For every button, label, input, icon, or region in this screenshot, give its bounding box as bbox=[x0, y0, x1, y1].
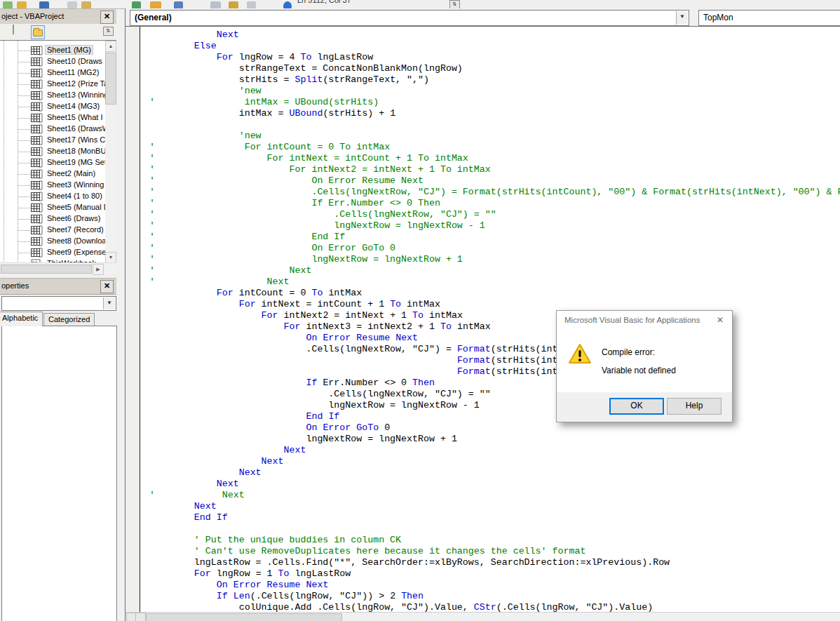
view-code-button[interactable] bbox=[0, 25, 8, 38]
worksheet-icon bbox=[31, 158, 43, 169]
full-module-view-button[interactable] bbox=[135, 613, 146, 621]
dialog-message-line1: Compile error: bbox=[602, 347, 655, 357]
tree-connector bbox=[18, 241, 30, 242]
tab-alphabetic[interactable]: Alphabetic bbox=[0, 312, 43, 326]
worksheet-icon bbox=[31, 57, 43, 68]
tree-item-label: Sheet8 (Downloa bbox=[46, 236, 107, 245]
tree-item-label: Sheet15 (What I bbox=[46, 113, 104, 121]
dialog-footer: OK Help bbox=[557, 392, 732, 422]
tree-connector bbox=[18, 140, 30, 141]
code-editor-pane[interactable]: Next Else For lngRow = 4 To lngLastRow s… bbox=[140, 27, 840, 612]
tree-connector bbox=[18, 219, 30, 220]
scroll-thumb[interactable] bbox=[1, 265, 92, 274]
properties-close-button[interactable]: ✕ bbox=[100, 280, 114, 293]
folder-icon bbox=[33, 29, 43, 36]
tree-item-sheet4-1-to-80-[interactable]: Sheet4 (1 to 80) bbox=[0, 191, 105, 202]
tree-item-sheet15-what-i[interactable]: Sheet15 (What I bbox=[0, 112, 105, 123]
tree-item-sheet2-main-[interactable]: Sheet2 (Main) bbox=[0, 168, 105, 180]
tree-item-sheet5-manual-d[interactable]: Sheet5 (Manual D bbox=[0, 202, 105, 213]
tree-item-sheet19-mg-set[interactable]: Sheet19 (MG Set bbox=[0, 157, 105, 168]
code-dropdown-row: (General) ▼ TopMon bbox=[126, 8, 840, 26]
properties-title: operties bbox=[1, 281, 29, 290]
tree-connector bbox=[18, 208, 30, 208]
tab-categorized[interactable]: Categorized bbox=[43, 313, 95, 326]
chevron-down-icon[interactable]: ▼ bbox=[676, 11, 688, 25]
tree-item-sheet12-prize-ta[interactable]: Sheet12 (Prize Ta bbox=[0, 79, 105, 90]
tree-item-sheet17-wins-ca[interactable]: Sheet17 (Wins Ca bbox=[0, 135, 105, 146]
tree-connector bbox=[18, 107, 30, 107]
tree-connector bbox=[18, 185, 30, 186]
warning-icon bbox=[568, 343, 592, 366]
tree-connector bbox=[18, 118, 30, 119]
tree-item-sheet8-downloa[interactable]: Sheet8 (Downloa bbox=[0, 236, 105, 247]
tree-item-sheet1-mg-[interactable]: Sheet1 (MG) bbox=[0, 45, 105, 56]
project-tree-hscrollbar[interactable]: ▶ bbox=[0, 262, 116, 274]
tree-connector bbox=[18, 196, 30, 197]
tree-item-label: Sheet9 (Expense bbox=[46, 248, 107, 256]
tree-item-label: Sheet2 (Main) bbox=[46, 169, 97, 178]
worksheet-icon bbox=[31, 192, 43, 203]
project-toolbar-spinner[interactable]: ⇅ bbox=[103, 27, 114, 36]
scroll-thumb[interactable] bbox=[105, 53, 116, 105]
tree-item-label: Sheet18 (MonBU) bbox=[46, 147, 110, 155]
worksheet-icon bbox=[31, 225, 43, 236]
worksheet-icon bbox=[31, 113, 43, 124]
project-explorer-titlebar: oject - VBAProject ✕ bbox=[0, 8, 116, 25]
scroll-right-arrow-icon[interactable]: ▶ bbox=[93, 264, 104, 275]
scroll-up-arrow-icon[interactable]: ▲ bbox=[105, 41, 116, 52]
project-tree-vscrollbar[interactable]: ▲ ▼ bbox=[105, 41, 116, 263]
tree-item-sheet6-draws-[interactable]: Sheet6 (Draws) bbox=[0, 213, 105, 225]
dialog-title: Microsoft Visual Basic for Applications bbox=[564, 316, 700, 324]
code-margin-indicator-bar[interactable] bbox=[126, 27, 140, 612]
tree-item-sheet13-winning[interactable]: Sheet13 (Winning bbox=[0, 90, 105, 101]
tree-item-label: Sheet11 (MG2) bbox=[46, 68, 100, 76]
tree-connector bbox=[18, 230, 30, 231]
worksheet-icon bbox=[31, 214, 43, 225]
tree-connector bbox=[18, 129, 30, 130]
chevron-down-icon[interactable]: ▼ bbox=[103, 298, 115, 309]
tree-item-sheet11-mg2-[interactable]: Sheet11 (MG2) bbox=[0, 67, 105, 79]
worksheet-icon bbox=[31, 135, 43, 147]
toggle-folders-button[interactable] bbox=[31, 25, 45, 39]
tree-item-sheet9-expense[interactable]: Sheet9 (Expense bbox=[0, 247, 105, 258]
tree-connector bbox=[18, 163, 30, 163]
tree-connector bbox=[18, 95, 30, 96]
compile-error-dialog: Microsoft Visual Basic for Applications … bbox=[556, 310, 733, 422]
worksheet-icon bbox=[31, 248, 43, 259]
worksheet-icon bbox=[31, 79, 43, 91]
close-icon[interactable]: ✕ bbox=[714, 314, 726, 326]
tree-item-sheet16-drawsw[interactable]: Sheet16 (DrawsW bbox=[0, 123, 105, 135]
tree-item-label: Sheet16 (DrawsW bbox=[46, 124, 111, 133]
project-tree[interactable]: Sheet1 (MG) Sheet10 (Draws Sheet11 (MG2)… bbox=[0, 40, 116, 263]
tree-item-label: Sheet1 (MG) bbox=[46, 46, 93, 54]
tree-item-label: Sheet10 (Draws bbox=[46, 57, 104, 65]
tree-item-sheet14-mg3-[interactable]: Sheet14 (MG3) bbox=[0, 101, 105, 112]
tree-item-sheet7-record-[interactable]: Sheet7 (Record) bbox=[0, 225, 105, 236]
procedure-dropdown[interactable]: TopMon bbox=[698, 10, 840, 26]
tree-item-sheet18-monbu-[interactable]: Sheet18 (MonBU) bbox=[0, 146, 105, 157]
project-explorer-title: oject - VBAProject bbox=[1, 12, 64, 20]
worksheet-icon bbox=[31, 147, 43, 158]
view-object-button[interactable] bbox=[13, 25, 25, 38]
properties-object-dropdown[interactable]: ▼ bbox=[1, 296, 116, 311]
code-hscrollbar[interactable] bbox=[126, 612, 840, 621]
tree-item-label: Sheet13 (Winning bbox=[46, 91, 109, 99]
tree-item-sheet3-winning[interactable]: Sheet3 (Winning bbox=[0, 180, 105, 191]
tree-item-sheet10-draws[interactable]: Sheet10 (Draws bbox=[0, 56, 105, 67]
tree-connector bbox=[18, 174, 30, 175]
tree-item-label: Sheet14 (MG3) bbox=[46, 102, 101, 110]
code-text[interactable]: Next Else For lngRow = 4 To lngLastRow s… bbox=[149, 29, 840, 612]
ok-button[interactable]: OK bbox=[609, 398, 664, 415]
tree-item-label: Sheet19 (MG Set bbox=[46, 158, 108, 166]
worksheet-icon bbox=[31, 46, 43, 57]
project-close-button[interactable]: ✕ bbox=[100, 11, 114, 24]
scroll-down-arrow-icon[interactable]: ▼ bbox=[105, 252, 116, 263]
worksheet-icon bbox=[31, 203, 43, 214]
object-dropdown[interactable]: (General) ▼ bbox=[130, 10, 689, 26]
tree-item-label: Sheet4 (1 to 80) bbox=[46, 192, 104, 200]
tree-connector bbox=[18, 84, 30, 85]
dialog-titlebar[interactable]: Microsoft Visual Basic for Applications … bbox=[557, 311, 732, 329]
worksheet-icon bbox=[31, 236, 43, 248]
scroll-thumb[interactable] bbox=[146, 613, 342, 621]
help-button[interactable]: Help bbox=[667, 398, 722, 415]
